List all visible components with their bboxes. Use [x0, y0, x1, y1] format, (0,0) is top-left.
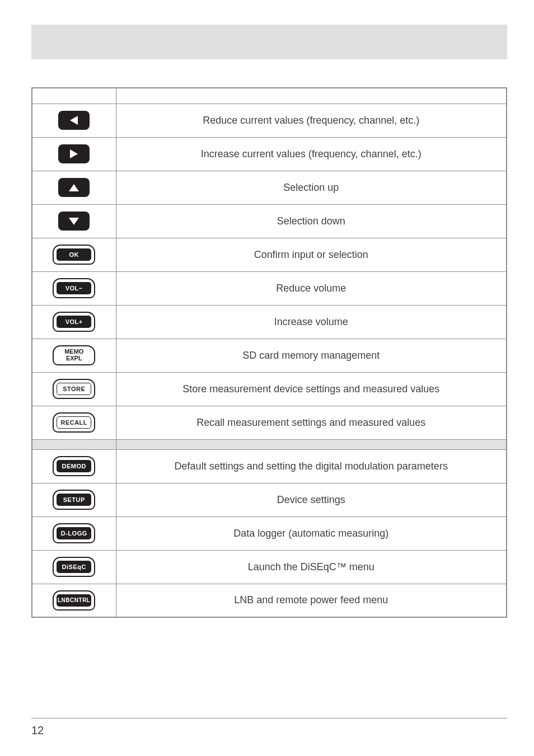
lnb-cntrl-label: LNBCNTRL: [57, 594, 91, 607]
vol-plus-button: VOL+: [53, 312, 95, 332]
lnb-cntrl-button: LNBCNTRL: [53, 590, 95, 611]
icon-cell-demod: DEMOD: [32, 449, 116, 483]
icon-cell-down: [32, 204, 116, 238]
memo-line2: EXPL: [66, 355, 82, 361]
triangle-down-icon: [69, 218, 79, 225]
triangle-left-icon: [70, 116, 78, 125]
page: Reduce current values (frequency, channe…: [0, 0, 534, 756]
triangle-right-icon: [70, 149, 78, 158]
desc-cell: Selection up: [116, 171, 507, 204]
table-row: RECALL Recall measurement settings and m…: [32, 406, 507, 439]
table-row: SETUP Device settings: [32, 483, 507, 516]
table-row: LNBCNTRL LNB and remote power feed menu: [32, 584, 507, 617]
recall-label: RECALL: [57, 416, 91, 429]
setup-label: SETUP: [57, 494, 91, 506]
desc-cell: Confirm input or selection: [116, 238, 507, 271]
table-row: Selection down: [32, 204, 507, 238]
diseqc-button: DiSEqC: [53, 557, 95, 577]
dlogg-label: D-LOGG: [57, 527, 91, 539]
table-row: Selection up: [32, 171, 507, 204]
icon-cell-ok: OK: [32, 238, 116, 271]
header-desc-cell: [116, 88, 507, 104]
button-reference-table: Reduce current values (frequency, channe…: [31, 87, 507, 618]
icon-cell-setup: SETUP: [32, 483, 116, 516]
store-label: STORE: [57, 383, 91, 395]
icon-cell-lnb: LNBCNTRL: [32, 584, 116, 617]
table-row: D-LOGG Data logger (automatic measuring): [32, 516, 507, 550]
desc-cell: Reduce volume: [116, 271, 507, 305]
icon-cell-left: [32, 104, 116, 137]
table-row: Increase current values (frequency, chan…: [32, 137, 507, 171]
desc-cell: Increase current values (frequency, chan…: [116, 137, 507, 171]
desc-cell: Store measurement device settings and me…: [116, 372, 507, 406]
desc-cell: Increase volume: [116, 305, 507, 339]
dlogg-button: D-LOGG: [53, 523, 95, 543]
memo-line1: MEMO: [64, 348, 83, 355]
vol-plus-label: VOL+: [57, 316, 91, 328]
desc-cell: LNB and remote power feed menu: [116, 584, 507, 617]
table-header-row: [32, 88, 507, 104]
desc-cell: Default settings and setting the digital…: [116, 449, 507, 483]
diseqc-label: DiSEqC: [57, 561, 91, 573]
desc-cell: Reduce current values (frequency, channe…: [116, 104, 507, 137]
ok-button-label: OK: [57, 248, 91, 261]
table-row: DEMOD Default settings and setting the d…: [32, 449, 507, 483]
vol-minus-button: VOL−: [53, 278, 95, 298]
desc-cell: Data logger (automatic measuring): [116, 516, 507, 550]
table-row: STORE Store measurement device settings …: [32, 372, 507, 406]
content-area: Reduce current values (frequency, channe…: [31, 25, 507, 618]
divider-icon-cell: [32, 439, 116, 449]
table-row: MEMOEXPL SD card memory management: [32, 339, 507, 372]
desc-cell: Selection down: [116, 204, 507, 238]
setup-button: SETUP: [53, 490, 95, 510]
divider-desc-cell: [116, 439, 507, 449]
header-icon-cell: [32, 88, 116, 104]
page-footer: 12: [31, 718, 507, 737]
demod-button: DEMOD: [53, 456, 95, 476]
desc-cell: SD card memory management: [116, 339, 507, 372]
icon-cell-recall: RECALL: [32, 406, 116, 439]
desc-cell: Launch the DiSEqC™ menu: [116, 550, 507, 584]
store-button: STORE: [53, 379, 95, 399]
page-number: 12: [31, 724, 44, 736]
section-divider-row: [32, 439, 507, 449]
lnb-line2: CNTRL: [70, 598, 90, 604]
table-row: VOL− Reduce volume: [32, 271, 507, 305]
icon-cell-dlogg: D-LOGG: [32, 516, 116, 550]
memo-expl-button: MEMOEXPL: [53, 345, 95, 365]
down-arrow-button: [58, 212, 90, 231]
table-row: OK Confirm input or selection: [32, 238, 507, 271]
icon-cell-memo: MEMOEXPL: [32, 339, 116, 372]
table-row: VOL+ Increase volume: [32, 305, 507, 339]
desc-cell: Device settings: [116, 483, 507, 516]
triangle-up-icon: [69, 184, 79, 191]
desc-cell: Recall measurement settings and measured…: [116, 406, 507, 439]
icon-cell-up: [32, 171, 116, 204]
up-arrow-button: [58, 178, 90, 197]
memo-expl-label: MEMOEXPL: [64, 349, 83, 361]
table-row: Reduce current values (frequency, channe…: [32, 104, 507, 137]
recall-button: RECALL: [53, 412, 95, 433]
icon-cell-store: STORE: [32, 372, 116, 406]
icon-cell-right: [32, 137, 116, 171]
icon-cell-vol-plus: VOL+: [32, 305, 116, 339]
demod-label: DEMOD: [57, 460, 91, 472]
lnb-line1: LNB: [58, 598, 70, 604]
table-row: DiSEqC Launch the DiSEqC™ menu: [32, 550, 507, 584]
icon-cell-vol-minus: VOL−: [32, 271, 116, 305]
left-arrow-button: [58, 111, 90, 130]
ok-button: OK: [53, 245, 95, 265]
vol-minus-label: VOL−: [57, 282, 91, 294]
right-arrow-button: [58, 144, 90, 163]
icon-cell-diseqc: DiSEqC: [32, 550, 116, 584]
